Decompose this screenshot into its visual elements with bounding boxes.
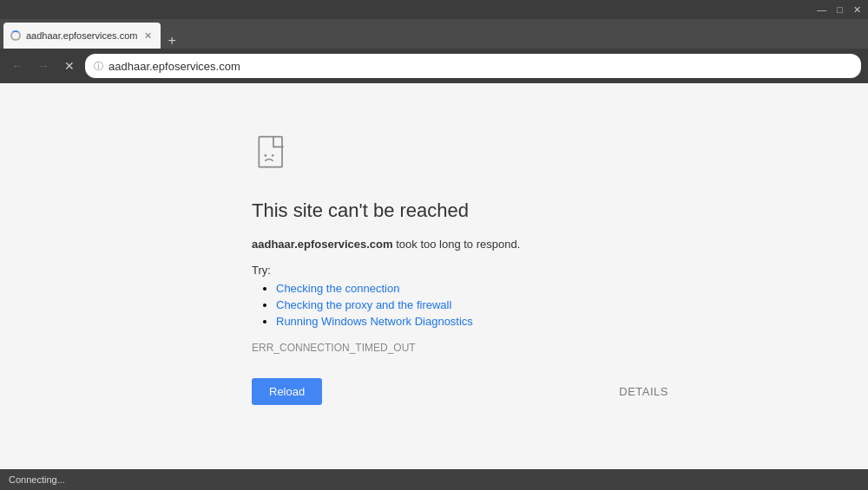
url-display: aadhaar.epfoservices.com [108, 60, 852, 73]
list-item: Running Windows Network Diagnostics [276, 315, 668, 328]
svg-point-3 [272, 154, 274, 157]
suggestion-link-1[interactable]: Checking the connection [276, 282, 399, 295]
forward-button[interactable]: → [33, 56, 54, 76]
error-actions: Reload DETAILS [252, 378, 668, 405]
suggestion-link-3[interactable]: Running Windows Network Diagnostics [276, 315, 473, 328]
back-button[interactable]: ← [7, 56, 28, 76]
tab-loading-spinner [10, 30, 21, 41]
suggestion-link-2[interactable]: Checking the proxy and the firewall [276, 298, 451, 311]
stop-icon: ✕ [64, 59, 75, 73]
svg-point-2 [265, 154, 267, 157]
new-tab-button[interactable]: + [161, 33, 182, 49]
info-icon: ⓘ [94, 60, 103, 73]
svg-rect-0 [259, 137, 282, 167]
error-domain: aadhaar.epfoservices.com [252, 238, 393, 251]
suggestions-list: Checking the connection Checking the pro… [252, 282, 668, 328]
address-bar: ← → ✕ ⓘ aadhaar.epfoservices.com [0, 49, 868, 83]
error-code: ERR_CONNECTION_TIMED_OUT [252, 342, 668, 354]
error-container: This site can't be reached aadhaar.epfos… [252, 135, 668, 405]
back-icon: ← [11, 59, 23, 73]
list-item: Checking the proxy and the firewall [276, 298, 668, 311]
error-icon [252, 135, 295, 179]
try-label: Try: [252, 264, 668, 277]
list-item: Checking the connection [276, 282, 668, 295]
reload-button[interactable]: Reload [252, 378, 322, 405]
tab-bar: aadhaar.epfoservices.com ✕ + [0, 19, 868, 49]
error-subtitle-suffix: took too long to respond. [393, 238, 521, 251]
address-input-wrap[interactable]: ⓘ aadhaar.epfoservices.com [85, 54, 861, 78]
status-bar: Connecting... [0, 469, 868, 490]
page-content: This site can't be reached aadhaar.epfos… [0, 83, 868, 469]
tab-title: aadhaar.epfoservices.com [26, 30, 137, 41]
forward-icon: → [37, 59, 49, 73]
minimize-button[interactable]: — [817, 4, 826, 15]
close-window-button[interactable]: ✕ [853, 4, 861, 16]
error-title: This site can't be reached [252, 199, 668, 222]
status-text: Connecting... [9, 474, 65, 485]
error-subtitle: aadhaar.epfoservices.com took too long t… [252, 236, 668, 253]
title-bar: — □ ✕ [0, 0, 868, 19]
tab-close-button[interactable]: ✕ [142, 29, 154, 43]
active-tab[interactable]: aadhaar.epfoservices.com ✕ [3, 23, 161, 49]
stop-button[interactable]: ✕ [59, 56, 80, 76]
maximize-button[interactable]: □ [837, 4, 843, 15]
window-controls: — □ ✕ [817, 4, 861, 16]
details-button[interactable]: DETAILS [619, 385, 668, 398]
